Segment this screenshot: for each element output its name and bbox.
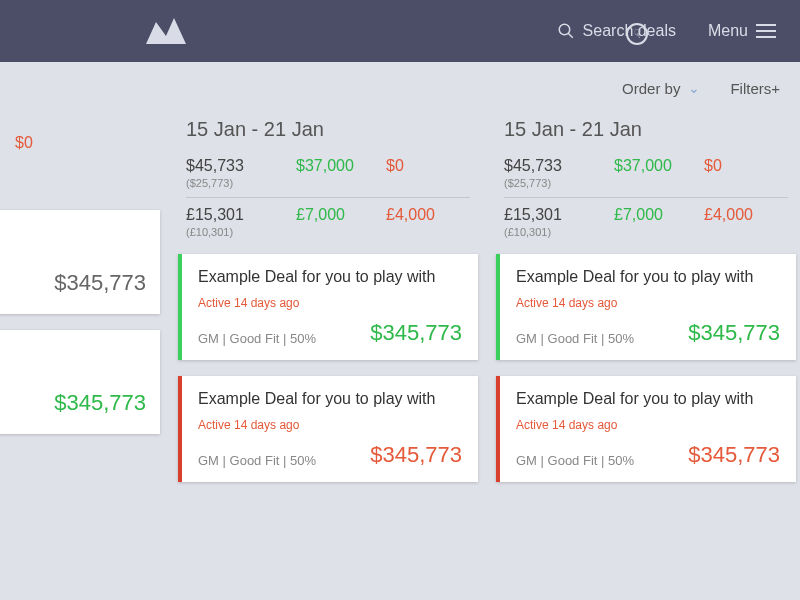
stats-row: 00 $0 [0, 134, 152, 152]
stats-row-1: $45,733 ($25,773) $37,000 $0 [504, 157, 788, 189]
deal-title: Example Deal for you to play with [198, 268, 462, 286]
stat-positive: £7,000 [296, 206, 386, 224]
stat-sub: (£10,301) [504, 226, 614, 238]
deal-title: you to play with [0, 228, 146, 246]
deal-board: 00 $0 you to play with $345,773 you to p… [0, 108, 660, 482]
divider [504, 197, 788, 198]
chevron-down-icon: ⌄ [688, 80, 700, 96]
deal-status: Active 14 days ago [516, 418, 780, 432]
deal-status: Active 14 days ago [198, 418, 462, 432]
deal-title: Example Deal for you to play with [198, 390, 462, 408]
svg-marker-0 [146, 18, 186, 44]
order-by-label: Order by [622, 80, 680, 97]
stats-row-1: $45,733 ($25,773) $37,000 $0 [186, 157, 470, 189]
svg-point-1 [559, 24, 570, 35]
stat-primary: £15,301 [186, 206, 296, 224]
deal-card[interactable]: you to play with $345,773 [0, 330, 160, 434]
divider [186, 197, 470, 198]
deal-status: Active 14 days ago [516, 296, 780, 310]
stat-positive: £7,000 [614, 206, 704, 224]
deal-meta: GM | Good Fit | 50% [198, 453, 316, 468]
week-column: 00 $0 you to play with $345,773 you to p… [0, 118, 160, 482]
deal-card[interactable]: Example Deal for you to play with Active… [496, 376, 796, 482]
deal-card[interactable]: Example Deal for you to play with Active… [178, 376, 478, 482]
hamburger-icon [756, 24, 776, 38]
stat-negative: $0 [386, 157, 466, 175]
deal-value: $345,773 [370, 320, 462, 346]
stat-negative: £4,000 [704, 206, 784, 224]
stats-row-2: £15,301 (£10,301) £7,000 £4,000 [186, 206, 470, 238]
stat-sub: (£10,301) [186, 226, 296, 238]
deal-title: you to play with [0, 348, 146, 366]
order-by-dropdown[interactable]: Order by ⌄ [622, 80, 700, 97]
deal-status: Active 14 days ago [198, 296, 462, 310]
week-column: 15 Jan - 21 Jan $45,733 ($25,773) $37,00… [496, 118, 796, 482]
deal-card[interactable]: Example Deal for you to play with Active… [496, 254, 796, 360]
search[interactable]: Search deals [557, 22, 676, 40]
deal-card[interactable]: Example Deal for you to play with Active… [178, 254, 478, 360]
filters-button[interactable]: Filters+ [730, 80, 780, 97]
date-range: 15 Jan - 21 Jan [186, 118, 470, 141]
deal-title: Example Deal for you to play with [516, 390, 780, 408]
deal-value: $345,773 [688, 320, 780, 346]
stat-primary: $45,733 [504, 157, 614, 175]
stat-primary: £15,301 [504, 206, 614, 224]
list-toolbar: Order by ⌄ Filters+ [0, 68, 800, 108]
menu-button[interactable]: Menu [708, 22, 776, 40]
deal-value: $345,773 [0, 390, 146, 416]
deal-meta: GM | Good Fit | 50% [198, 331, 316, 346]
date-range: 15 Jan - 21 Jan [504, 118, 788, 141]
week-column: 15 Jan - 21 Jan $45,733 ($25,773) $37,00… [178, 118, 478, 482]
deal-value: $345,773 [0, 270, 146, 296]
stat-negative: $0 [15, 134, 75, 152]
deal-meta: GM | Good Fit | 50% [516, 331, 634, 346]
svg-line-2 [568, 33, 573, 38]
stat-primary: $45,733 [186, 157, 296, 175]
stat-negative: £4,000 [386, 206, 466, 224]
stat-positive: $37,000 [614, 157, 704, 175]
stat-negative: $0 [704, 157, 784, 175]
deal-title: Example Deal for you to play with [516, 268, 780, 286]
search-placeholder: Search deals [583, 22, 676, 40]
deal-value: $345,773 [688, 442, 780, 468]
deal-meta: GM | Good Fit | 50% [516, 453, 634, 468]
stat-sub: ($25,773) [186, 177, 296, 189]
logo-icon [144, 16, 188, 46]
deal-card[interactable]: you to play with $345,773 [0, 210, 160, 314]
top-bar: Search deals Menu ☟ [0, 0, 800, 62]
deal-value: $345,773 [370, 442, 462, 468]
stat-positive: 00 [0, 134, 15, 152]
search-icon [557, 22, 575, 40]
stats-row-2: £15,301 (£10,301) £7,000 £4,000 [504, 206, 788, 238]
stat-sub: ($25,773) [504, 177, 614, 189]
menu-label: Menu [708, 22, 748, 40]
stat-positive: $37,000 [296, 157, 386, 175]
